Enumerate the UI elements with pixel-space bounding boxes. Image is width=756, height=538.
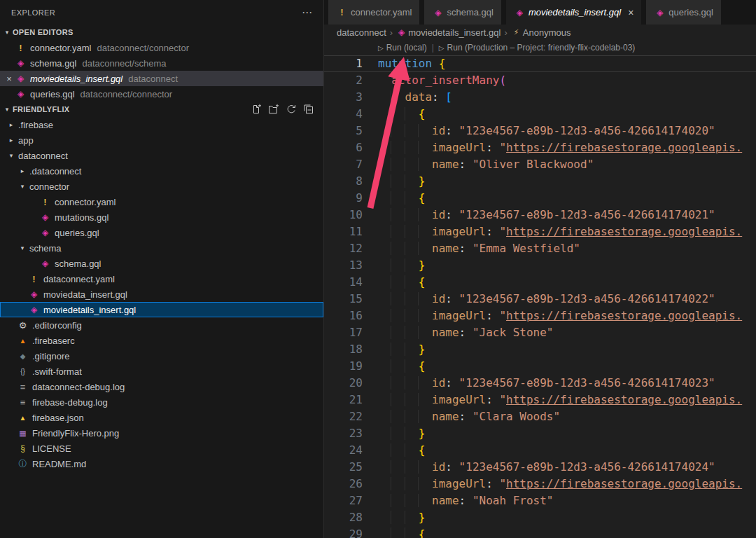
- line-number: 16: [324, 308, 363, 324]
- code-text: id: "123e4567-e89b-12d3-a456-42661417402…: [363, 291, 715, 308]
- code-line[interactable]: 15 id: "123e4567-e89b-12d3-a456-42661417…: [324, 291, 756, 308]
- tab-schema.gql[interactable]: ◈schema.gql: [424, 0, 500, 25]
- tree-item-FriendlyFlix-Hero.png[interactable]: ▦FriendlyFlix-Hero.png: [0, 425, 323, 441]
- tree-item-.swift-format[interactable]: {}.swift-format: [0, 364, 323, 379]
- code-line[interactable]: 2 actor_insertMany(: [324, 72, 756, 89]
- code-line[interactable]: 21 imageUrl: "https://firebasestorage.go…: [324, 392, 756, 408]
- breadcrumb-separator: ›: [390, 27, 393, 38]
- code-line[interactable]: 10 id: "123e4567-e89b-12d3-a456-42661417…: [324, 207, 756, 223]
- code-line[interactable]: 3 data: [: [324, 89, 756, 106]
- codelens-run-link[interactable]: ▷Run (local): [378, 43, 427, 53]
- tree-item-connector.yaml[interactable]: !connector.yaml: [0, 194, 323, 209]
- more-actions-icon[interactable]: ⋯: [302, 6, 312, 19]
- code-line[interactable]: 14 {: [324, 274, 756, 291]
- code-line[interactable]: 25 id: "123e4567-e89b-12d3-a456-42661417…: [324, 459, 756, 476]
- open-editors-header[interactable]: ▾ OPEN EDITORS: [0, 25, 323, 40]
- code-line[interactable]: 8 }: [324, 173, 756, 190]
- breadcrumb-item[interactable]: ⚡Anonymous: [511, 27, 571, 38]
- codelens-run-link[interactable]: ▷Run (Production – Project: friendly-fli…: [439, 43, 636, 53]
- open-editor-item[interactable]: !connector.yamldataconnect/connector: [0, 40, 323, 55]
- code-line[interactable]: 6 imageUrl: "https://firebasestorage.goo…: [324, 139, 756, 156]
- firebase-icon: ▲: [17, 337, 29, 345]
- breadcrumb-item[interactable]: ◈moviedetails_insert.gql: [396, 27, 500, 38]
- file-name: dataconnect: [18, 151, 68, 161]
- workspace-header[interactable]: ▾ FRIENDLYFLIX: [0, 102, 323, 117]
- code-line[interactable]: 28 }: [324, 509, 756, 526]
- tree-item-moviedata_insert.gql[interactable]: ◈moviedata_insert.gql: [0, 287, 323, 302]
- code-text: {: [363, 274, 425, 291]
- code-line[interactable]: 24 {: [324, 442, 756, 459]
- new-file-icon[interactable]: [251, 104, 262, 115]
- graphql-icon: ◈: [396, 27, 407, 37]
- line-number: 13: [324, 257, 363, 274]
- open-editor-item[interactable]: ◈schema.gqldataconnect/schema: [0, 55, 323, 71]
- new-folder-icon[interactable]: [268, 104, 279, 115]
- code-line[interactable]: 27 name: "Noah Frost": [324, 492, 756, 509]
- code-line[interactable]: 5 id: "123e4567-e89b-12d3-a456-426614174…: [324, 123, 756, 139]
- open-editor-item[interactable]: ×◈moviedetails_insert.gqldataconnect: [0, 71, 323, 86]
- tree-item-app[interactable]: ▸app: [0, 132, 323, 148]
- code-line[interactable]: 26 imageUrl: "https://firebasestorage.go…: [324, 476, 756, 492]
- sidebar-title-row: EXPLORER ⋯: [0, 0, 323, 25]
- tree-item-.gitignore[interactable]: ◆.gitignore: [0, 348, 323, 364]
- code-line[interactable]: 4 {: [324, 106, 756, 123]
- tab-queries.gql[interactable]: ◈queries.gql: [646, 0, 721, 25]
- tree-item-firebase.json[interactable]: ▲firebase.json: [0, 410, 323, 425]
- tree-item-mutations.gql[interactable]: ◈mutations.gql: [0, 209, 323, 225]
- file-name: dataconnect.yaml: [43, 274, 115, 284]
- line-number: 23: [324, 425, 363, 442]
- tree-item-firebase-debug.log[interactable]: ≡firebase-debug.log: [0, 394, 323, 410]
- tree-item-LICENSE[interactable]: §LICENSE: [0, 441, 323, 456]
- tab-connector.yaml[interactable]: !connector.yaml: [328, 0, 419, 25]
- tree-item-dataconnect[interactable]: ▾dataconnect: [0, 148, 323, 163]
- firebase-json-icon: ▲: [17, 414, 29, 422]
- warning-icon: !: [336, 7, 348, 18]
- tree-item-.dataconnect[interactable]: ▸.dataconnect: [0, 163, 323, 179]
- graphql-icon: ◈: [15, 58, 27, 68]
- graphql-icon: ◈: [15, 89, 27, 99]
- code-line[interactable]: 20 id: "123e4567-e89b-12d3-a456-42661417…: [324, 375, 756, 392]
- code-text: name: "Emma Westfield": [363, 240, 580, 257]
- tree-item-.firebase[interactable]: ▸.firebase: [0, 117, 323, 132]
- code-line[interactable]: 9 {: [324, 190, 756, 207]
- warning-icon: !: [15, 43, 27, 53]
- tree-item-queries.gql[interactable]: ◈queries.gql: [0, 225, 323, 240]
- refresh-icon[interactable]: [286, 104, 297, 115]
- tree-item-moviedetails_insert.gql[interactable]: ◈moviedetails_insert.gql: [0, 302, 323, 317]
- line-number: 6: [324, 139, 363, 156]
- code-line[interactable]: 11 imageUrl: "https://firebasestorage.go…: [324, 223, 756, 240]
- tree-item-.editorconfig[interactable]: ⚙.editorconfig: [0, 317, 323, 333]
- code-line[interactable]: 1mutation {: [324, 55, 756, 72]
- code-line[interactable]: 17 name: "Jack Stone": [324, 324, 756, 341]
- code-line[interactable]: 7 name: "Oliver Blackwood": [324, 156, 756, 173]
- code-line[interactable]: 16 imageUrl: "https://firebasestorage.go…: [324, 308, 756, 324]
- line-number: 4: [324, 106, 363, 123]
- code-editor[interactable]: ▷Run (local)|▷Run (Production – Project:…: [324, 40, 756, 538]
- code-line[interactable]: 18 }: [324, 341, 756, 358]
- line-number: 21: [324, 392, 363, 408]
- tree-item-dataconnect-debug.log[interactable]: ≡dataconnect-debug.log: [0, 379, 323, 394]
- close-editor-icon[interactable]: ×: [4, 74, 15, 84]
- chevron-icon: ▸: [6, 137, 17, 144]
- chevron-down-icon: ▾: [1, 106, 13, 113]
- graphql-icon: ◈: [39, 228, 51, 237]
- code-line[interactable]: 29 {: [324, 526, 756, 538]
- tab-moviedetails_insert.gql[interactable]: ◈moviedetails_insert.gql×: [506, 0, 641, 25]
- close-tab-icon[interactable]: ×: [628, 7, 634, 18]
- chevron-icon: ▸: [6, 121, 17, 128]
- code-line[interactable]: 23 }: [324, 425, 756, 442]
- tree-item-README.md[interactable]: ⓘREADME.md: [0, 456, 323, 471]
- code-line[interactable]: 12 name: "Emma Westfield": [324, 240, 756, 257]
- code-line[interactable]: 22 name: "Clara Woods": [324, 408, 756, 425]
- tree-item-dataconnect.yaml[interactable]: !dataconnect.yaml: [0, 271, 323, 287]
- collapse-all-icon[interactable]: [303, 104, 314, 115]
- code-line[interactable]: 13 }: [324, 257, 756, 274]
- breadcrumb-item[interactable]: dataconnect: [337, 27, 386, 38]
- tree-item-schema[interactable]: ▾schema: [0, 240, 323, 256]
- open-editor-item[interactable]: ◈queries.gqldataconnect/connector: [0, 86, 323, 102]
- tree-item-connector[interactable]: ▾connector: [0, 179, 323, 194]
- code-line[interactable]: 19 {: [324, 358, 756, 375]
- tree-item-schema.gql[interactable]: ◈schema.gql: [0, 256, 323, 271]
- gear-icon: ⚙: [17, 320, 29, 331]
- tree-item-.firebaserc[interactable]: ▲.firebaserc: [0, 333, 323, 348]
